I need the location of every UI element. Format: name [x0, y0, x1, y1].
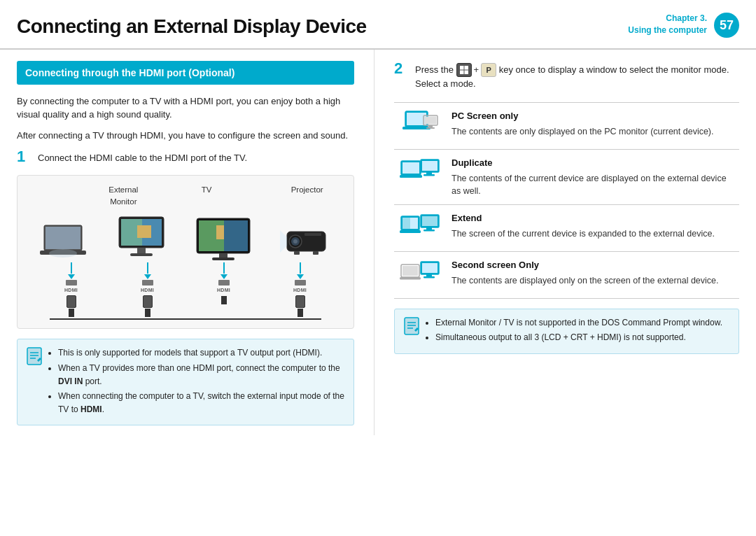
cable-3: [219, 295, 229, 304]
section-header-bar: Connecting through the HDMI port (Option…: [17, 61, 354, 85]
page-number: 57: [714, 13, 739, 38]
mode-row-extend: Extend The screen of the current device …: [394, 204, 739, 251]
device-laptop: [38, 223, 88, 261]
diagram-label-monitor: ExternalMonitor: [95, 184, 151, 207]
left-column: Connecting through the HDMI port (Option…: [17, 50, 374, 436]
mode-icon-pc: [394, 102, 446, 149]
svg-rect-61: [422, 263, 438, 273]
svg-rect-52: [400, 230, 421, 233]
mode-table: PC Screen only The contents are only dis…: [394, 102, 739, 299]
hdmi-connections: HDMI HDMI HDMI: [26, 262, 345, 294]
windows-key: [456, 63, 472, 77]
intro-text-2: After connecting a TV through HDMI, you …: [17, 129, 354, 143]
projector-svg: [280, 225, 332, 258]
second-screen-icon: [400, 259, 440, 291]
svg-rect-44: [400, 175, 422, 178]
hdmi-tv: HDMI: [217, 262, 230, 294]
svg-marker-25: [280, 230, 287, 253]
device-monitor: [116, 216, 167, 261]
mode-pc-screen-name: PC Screen only: [451, 110, 734, 123]
svg-rect-9: [137, 248, 146, 253]
mode-duplicate-desc: The contents of the current device are d…: [451, 172, 734, 197]
mode-duplicate-text: Duplicate The contents of the current de…: [446, 149, 739, 204]
step-1-text: Connect the HDMI cable to the HDMI port …: [38, 149, 247, 165]
diagram-labels: ExternalMonitor TV Projector: [26, 184, 345, 207]
left-note-item-2: When a TV provides more than one HDMI po…: [58, 362, 345, 388]
cable-line: [50, 318, 321, 320]
left-note-box: This is only supported for models that s…: [17, 339, 354, 425]
duplicate-mode-icon: [400, 157, 440, 189]
mode-second-screen-text: Second screen Only The contents are disp…: [446, 251, 739, 298]
svg-rect-43: [402, 162, 419, 174]
cable-1: [66, 295, 76, 317]
svg-rect-26: [27, 348, 41, 365]
cable-4: [295, 295, 305, 317]
svg-rect-58: [402, 266, 418, 276]
step-2-number: 2: [394, 61, 408, 76]
hdmi-projector: HDMI: [293, 262, 307, 294]
diagram-label-tv: TV: [186, 184, 227, 207]
monitor-svg: [116, 216, 167, 261]
step-2-text: Press the + P key once to display a wind…: [415, 61, 739, 91]
cable-connectors: [26, 295, 345, 317]
cable-2: [143, 295, 153, 317]
mode-extend-text: Extend The screen of the current device …: [446, 204, 739, 251]
right-note-box: External Monitor / TV is not supported i…: [394, 309, 739, 354]
windows-logo-icon: [460, 66, 468, 74]
svg-rect-55: [426, 227, 432, 230]
devices-row: [26, 216, 345, 261]
svg-rect-10: [130, 253, 153, 256]
svg-rect-16: [219, 253, 227, 258]
svg-rect-54: [422, 216, 438, 226]
hdmi-monitor: HDMI: [141, 262, 154, 294]
svg-point-21: [293, 239, 298, 244]
svg-rect-63: [424, 276, 435, 278]
mode-row-duplicate: Duplicate The contents of the current de…: [394, 149, 739, 204]
chapter-label: Chapter 3.: [666, 13, 707, 23]
device-projector: [280, 225, 332, 258]
svg-rect-1: [46, 227, 80, 249]
mode-second-screen-desc: The contents are displayed only on the s…: [451, 274, 734, 287]
key-combo: + P: [456, 63, 497, 77]
pc-screen-only-icon: [400, 110, 440, 142]
svg-rect-8: [137, 225, 151, 238]
step-1: 1 Connect the HDMI cable to the HDMI por…: [17, 149, 354, 165]
svg-rect-56: [424, 230, 435, 232]
main-content: Connecting through the HDMI port (Option…: [0, 50, 756, 436]
svg-rect-32: [464, 66, 468, 70]
device-tv: [195, 216, 251, 261]
svg-rect-23: [294, 251, 300, 255]
right-column: 2 Press the + P key once to dis: [374, 50, 739, 436]
mode-second-screen-name: Second screen Only: [451, 259, 734, 272]
right-note-content: External Monitor / TV is not supported i…: [426, 316, 722, 346]
svg-rect-51: [402, 218, 410, 229]
svg-rect-59: [400, 277, 421, 280]
p-key: P: [481, 63, 496, 77]
mode-row-pc-screen: PC Screen only The contents are only dis…: [394, 102, 739, 149]
chapter-sub: Using the computer: [628, 25, 707, 35]
mode-pc-screen-desc: The contents are only displayed on the P…: [451, 125, 734, 138]
diagram-area: ExternalMonitor TV Projector: [17, 175, 354, 329]
tv-svg: [195, 216, 251, 261]
key-plus-symbol: +: [474, 63, 479, 77]
svg-rect-64: [405, 318, 419, 334]
left-note-item-1: This is only supported for models that s…: [58, 346, 345, 360]
svg-rect-41: [426, 127, 435, 129]
intro-text-1: By connecting the computer to a TV with …: [17, 94, 354, 122]
left-note-item-3: When connecting the computer to a TV, sw…: [58, 390, 345, 416]
mode-duplicate-name: Duplicate: [451, 157, 734, 170]
svg-rect-22: [304, 233, 321, 236]
hdmi-laptop: HDMI: [64, 262, 78, 294]
mode-extend-name: Extend: [451, 212, 734, 225]
mode-extend-desc: The screen of the current device is expa…: [451, 227, 734, 240]
duplicate-icon: [400, 157, 440, 189]
svg-rect-48: [424, 174, 435, 176]
svg-point-3: [49, 249, 77, 258]
svg-rect-15: [224, 220, 248, 251]
left-note-content: This is only supported for models that s…: [48, 346, 345, 418]
right-note-item-2: Simultaneous output to all 3 (LCD + CRT …: [435, 331, 722, 344]
pc-screen-icon: [400, 110, 440, 142]
page-header: Connecting an External Display Device Ch…: [0, 0, 756, 50]
right-note-item-1: External Monitor / TV is not supported i…: [435, 316, 722, 330]
svg-rect-40: [428, 125, 433, 127]
